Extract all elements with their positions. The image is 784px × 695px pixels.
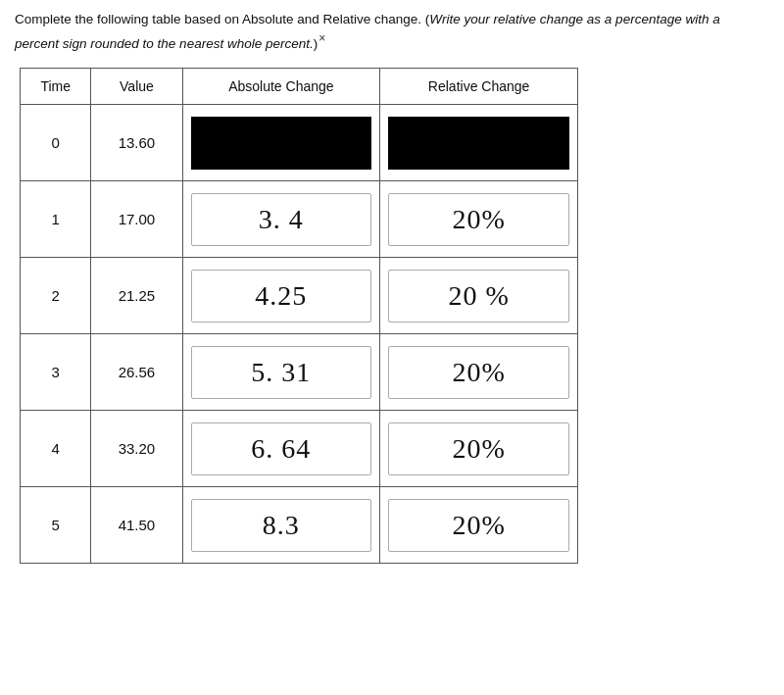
header-relative: Relative Change	[380, 69, 578, 105]
cell-relative[interactable]: 20%	[380, 487, 578, 564]
cell-value: 41.50	[91, 487, 182, 564]
table-row: 541.508.320%	[21, 487, 578, 564]
absolute-answer-box[interactable]: 4.25	[191, 270, 372, 323]
relative-answer-box[interactable]: 20 %	[388, 270, 569, 323]
header-absolute: Absolute Change	[182, 69, 380, 105]
cell-time: 4	[21, 411, 91, 487]
cell-relative[interactable]: 20%	[380, 181, 578, 258]
cell-time: 3	[21, 334, 91, 411]
instructions-italic: Write your relative change as a percenta…	[15, 12, 720, 51]
relative-answer-box[interactable]: 20%	[388, 346, 569, 399]
cell-value: 13.60	[91, 105, 182, 181]
black-block-relative	[388, 117, 569, 170]
cell-relative[interactable]: 20%	[380, 334, 578, 411]
main-table: Time Value Absolute Change Relative Chan…	[20, 68, 578, 564]
cell-absolute[interactable]: 5. 31	[182, 334, 380, 411]
cell-value: 21.25	[91, 258, 182, 334]
table-header-row: Time Value Absolute Change Relative Chan…	[21, 69, 578, 105]
cell-relative	[380, 105, 578, 181]
table-row: 326.565. 3120%	[21, 334, 578, 411]
table-row: 221.254.2520 %	[21, 258, 578, 334]
cell-relative[interactable]: 20%	[380, 411, 578, 487]
header-time: Time	[21, 69, 91, 105]
instructions-text: Complete the following table based on Ab…	[15, 10, 760, 54]
absolute-answer-box[interactable]: 8.3	[191, 499, 372, 552]
cell-absolute	[182, 105, 380, 181]
relative-answer-box[interactable]: 20%	[388, 193, 569, 246]
cell-time: 0	[21, 105, 91, 181]
cell-relative[interactable]: 20 %	[380, 258, 578, 334]
close-icon[interactable]: ×	[318, 31, 325, 45]
cell-absolute[interactable]: 8.3	[182, 487, 380, 564]
instructions-main: Complete the following table based on Ab…	[15, 12, 720, 51]
table-row: 013.60	[21, 105, 578, 181]
cell-absolute[interactable]: 4.25	[182, 258, 380, 334]
cell-absolute[interactable]: 6. 64	[182, 411, 380, 487]
relative-answer-box[interactable]: 20%	[388, 499, 569, 552]
cell-value: 33.20	[91, 411, 182, 487]
cell-time: 1	[21, 181, 91, 258]
absolute-answer-box[interactable]: 3. 4	[191, 193, 372, 246]
cell-absolute[interactable]: 3. 4	[182, 181, 380, 258]
cell-value: 17.00	[91, 181, 182, 258]
table-row: 433.206. 6420%	[21, 411, 578, 487]
header-value: Value	[91, 69, 182, 105]
table-row: 117.003. 420%	[21, 181, 578, 258]
cell-time: 2	[21, 258, 91, 334]
absolute-answer-box[interactable]: 5. 31	[191, 346, 372, 399]
black-block	[191, 117, 372, 170]
relative-answer-box[interactable]: 20%	[388, 422, 569, 475]
cell-time: 5	[21, 487, 91, 564]
absolute-answer-box[interactable]: 6. 64	[191, 422, 372, 475]
table-body: 013.60117.003. 420%221.254.2520 %326.565…	[21, 105, 578, 564]
cell-value: 26.56	[91, 334, 182, 411]
